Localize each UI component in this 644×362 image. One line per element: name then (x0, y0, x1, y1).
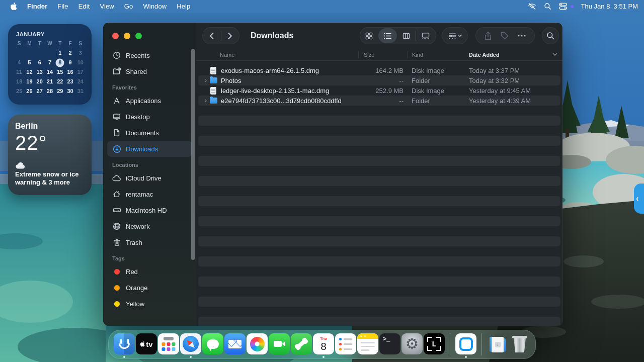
tag-dot (112, 269, 121, 275)
sidebar-item-tag-orange[interactable]: Orange (107, 280, 192, 296)
list-view-button[interactable] (378, 28, 397, 43)
calendar-widget[interactable]: JANUARY SMTWTFS1234567891011121314151617… (8, 24, 92, 105)
menu-file[interactable]: File (52, 3, 73, 10)
sidebar-item-label: Yellow (126, 300, 144, 308)
file-row[interactable]: exodus-macos-arm64-26.1.5.dmg164.2 MBDis… (196, 65, 562, 75)
icon-view-button[interactable] (360, 27, 378, 44)
sidebar-item-tag-red[interactable]: Red (107, 263, 192, 280)
disclosure-chevron-icon[interactable]: › (203, 97, 209, 104)
sidebar-item-shared[interactable]: Shared (107, 63, 192, 79)
more-options-button[interactable] (518, 35, 526, 37)
empty-row (196, 266, 562, 277)
dock-icon-terminal[interactable]: >_ (379, 333, 400, 354)
sidebar-item-recents[interactable]: Recents (107, 47, 192, 63)
sort-chevron-icon[interactable] (552, 53, 557, 56)
calendar-weekday: S (14, 39, 24, 48)
sidebar-item-label: iCloud Drive (126, 174, 162, 182)
sidebar-item-applications[interactable]: Applications (107, 93, 192, 109)
column-header-name[interactable]: Name (196, 52, 358, 58)
back-button[interactable] (209, 32, 214, 40)
dock-icon-messages[interactable] (202, 333, 223, 354)
dock-icon-photos[interactable] (247, 333, 268, 354)
dock-icon-calendar[interactable]: Thu8 (313, 333, 334, 354)
dock-icon-downloads-stack[interactable]: ↓ (487, 333, 508, 354)
dock-icon-reminders[interactable] (335, 333, 356, 354)
close-button[interactable] (112, 33, 119, 39)
dock-icon-phone[interactable] (291, 333, 312, 354)
search-button[interactable] (542, 27, 559, 44)
menu-window[interactable]: Window (138, 3, 172, 10)
disclosure-chevron-icon[interactable]: › (203, 77, 209, 84)
sidebar-item-tag-yellow[interactable]: Yellow (107, 296, 192, 312)
document-icon (112, 129, 121, 137)
spotlight-search-icon[interactable] (544, 3, 551, 10)
control-center-icon[interactable] (559, 3, 568, 10)
folder-icon (210, 98, 217, 104)
menu-go[interactable]: Go (119, 3, 138, 10)
file-icon (210, 67, 216, 74)
menu-view[interactable]: View (95, 3, 119, 10)
minimize-button[interactable] (124, 33, 130, 39)
dock-icon-screen-capture[interactable]: L (424, 333, 445, 354)
column-view-button[interactable] (397, 27, 416, 44)
dock-icon-finder[interactable] (114, 333, 135, 354)
sidebar-scrollbar[interactable] (191, 49, 195, 260)
menu-edit[interactable]: Edit (73, 3, 95, 10)
tag-button[interactable] (501, 32, 509, 40)
share-button[interactable] (485, 32, 492, 40)
zoom-button[interactable] (135, 33, 142, 39)
edge-panel-handle[interactable]: ‹ (634, 184, 644, 214)
sidebar-item-desktop[interactable]: Desktop (107, 109, 192, 125)
wifi-off-icon[interactable] (528, 3, 536, 10)
dock-icon-safari[interactable] (180, 333, 201, 354)
dock-icon-screens[interactable] (455, 333, 476, 354)
sidebar-item-rentamac[interactable]: rentamac (107, 186, 192, 202)
calendar-day: 28 (45, 86, 55, 96)
forward-button[interactable] (227, 32, 233, 40)
dock-icon-appletv[interactable]: tv (136, 333, 157, 354)
sidebar-item-label: Macintosh HD (126, 207, 167, 214)
sidebar-item-macintosh-hd[interactable]: Macintosh HD (107, 202, 192, 218)
sidebar-item-trash[interactable]: Trash (107, 234, 192, 250)
apple-menu[interactable] (6, 2, 22, 11)
sidebar-item-label: Network (126, 223, 150, 230)
weather-widget[interactable]: Berlin 22° Extreme snow or ice warning &… (8, 115, 92, 195)
sidebar-item-documents[interactable]: Documents (107, 125, 192, 141)
running-indicator (123, 356, 125, 358)
file-name: Photos (221, 77, 241, 84)
menu-finder[interactable]: Finder (22, 3, 52, 10)
calendar-day (45, 48, 55, 58)
calendar-day: 1 (55, 48, 65, 58)
dock-icon-notes[interactable] (357, 333, 378, 354)
dock-icon-facetime[interactable] (269, 333, 290, 354)
group-by-button[interactable] (442, 27, 468, 44)
menu-help[interactable]: Help (172, 3, 195, 10)
sidebar-item-label: Downloads (126, 145, 158, 153)
column-header-date-added[interactable]: Date Added (465, 52, 562, 58)
list-column-headers: Name Size Kind Date Added (196, 49, 562, 61)
calendar-day: 10 (75, 58, 86, 67)
calendar-day: 21 (45, 77, 55, 86)
empty-row (196, 116, 562, 126)
file-size: -- (358, 77, 408, 84)
calendar-day: 16 (65, 67, 75, 77)
window-title: Downloads (251, 31, 293, 40)
file-row[interactable]: ledger-live-desktop-2.135.1-mac.dmg252.9… (196, 85, 562, 96)
dock-icon-mail[interactable] (224, 333, 246, 354)
empty-row (196, 216, 562, 226)
gallery-view-button[interactable] (416, 27, 435, 44)
menu-bar-clock[interactable]: Thu Jan 8 3:51 PM (581, 3, 638, 10)
dock-icon-launchpad[interactable] (158, 333, 179, 354)
window-controls (103, 30, 196, 47)
dock-icon-settings[interactable]: ⚙ (401, 333, 423, 354)
dock-icon-trash[interactable] (509, 333, 530, 354)
file-row[interactable]: ›Photos--FolderToday at 3:32 PM (196, 75, 562, 85)
sidebar-item-downloads[interactable]: Downloads (107, 141, 192, 157)
view-switcher (360, 27, 436, 44)
sidebar-item-network[interactable]: Network (107, 218, 192, 234)
column-header-kind[interactable]: Kind (408, 51, 465, 58)
file-row[interactable]: ›e2e794fd737133c00...3d79cdb0f80cddffd--… (196, 96, 562, 106)
sidebar-item-icloud[interactable]: iCloud Drive (107, 170, 192, 186)
column-header-size[interactable]: Size (358, 51, 408, 58)
calendar-weekday: W (45, 39, 55, 48)
